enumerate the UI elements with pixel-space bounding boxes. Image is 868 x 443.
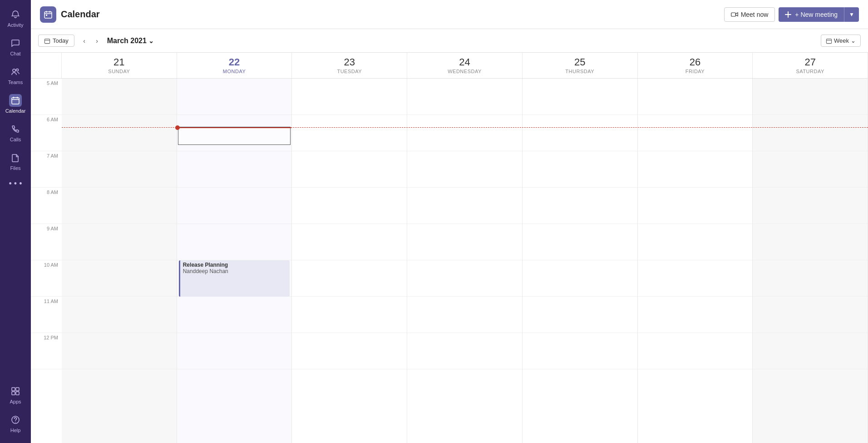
day-slot[interactable]: [177, 115, 292, 151]
day-header-monday: 22Monday: [177, 53, 292, 78]
day-slot[interactable]: [62, 297, 177, 333]
sidebar-item-teams[interactable]: Teams: [0, 62, 31, 89]
day-slot[interactable]: [753, 297, 868, 333]
sidebar-item-apps[interactable]: Apps: [0, 381, 31, 408]
topbar: Calendar Meet now + New meeting ▼: [31, 0, 868, 29]
svg-rect-10: [46, 15, 47, 16]
sidebar-item-help[interactable]: Help: [0, 410, 31, 437]
day-slot[interactable]: [292, 260, 407, 297]
sidebar-bottom: Apps Help: [0, 380, 31, 443]
day-slot[interactable]: [62, 188, 177, 224]
day-column-wednesday[interactable]: [407, 79, 523, 443]
day-slot[interactable]: [638, 297, 753, 333]
day-slot[interactable]: [523, 188, 637, 224]
day-slot[interactable]: [753, 333, 868, 369]
day-column-monday[interactable]: Release PlanningNanddeep Nachan: [177, 79, 292, 443]
day-slot[interactable]: [407, 297, 522, 333]
day-slot[interactable]: [62, 333, 177, 369]
day-slot[interactable]: [292, 79, 407, 115]
day-column-saturday[interactable]: [753, 79, 868, 443]
day-slot[interactable]: [638, 151, 753, 188]
sidebar-item-chat[interactable]: Chat: [0, 33, 31, 60]
sidebar-more-button[interactable]: • • •: [0, 175, 31, 192]
event-release-planning[interactable]: Release PlanningNanddeep Nachan: [179, 260, 290, 297]
day-slot[interactable]: [523, 224, 637, 260]
day-slot[interactable]: [407, 188, 522, 224]
calls-icon: [9, 123, 22, 135]
day-slot[interactable]: [638, 115, 753, 151]
help-label: Help: [10, 428, 21, 433]
day-column-sunday[interactable]: [62, 79, 177, 443]
day-slot[interactable]: [638, 260, 753, 297]
calendar-app-icon: [40, 6, 56, 23]
day-slot[interactable]: [177, 151, 292, 188]
sidebar-item-calendar[interactable]: Calendar: [0, 90, 31, 117]
day-slot[interactable]: [62, 79, 177, 115]
day-slot[interactable]: [407, 333, 522, 369]
day-slot[interactable]: [638, 188, 753, 224]
activity-icon: [9, 8, 22, 21]
day-slot[interactable]: [638, 79, 753, 115]
day-slot[interactable]: [523, 79, 637, 115]
sidebar-item-calls[interactable]: Calls: [0, 119, 31, 146]
day-slot[interactable]: [753, 224, 868, 260]
day-slot[interactable]: [638, 224, 753, 260]
apps-icon: [9, 385, 22, 398]
day-slot[interactable]: [62, 260, 177, 297]
day-slot[interactable]: [523, 115, 637, 151]
day-slot[interactable]: [753, 79, 868, 115]
day-slot[interactable]: [407, 115, 522, 151]
sidebar-item-activity[interactable]: Activity: [0, 5, 31, 31]
view-selector[interactable]: Week ⌄: [821, 35, 861, 47]
day-slot[interactable]: [753, 188, 868, 224]
day-slot[interactable]: [523, 333, 637, 369]
time-slot-9am: 9 AM: [31, 224, 62, 260]
day-slot[interactable]: [292, 224, 407, 260]
day-slot[interactable]: [523, 297, 637, 333]
day-column-thursday[interactable]: [523, 79, 638, 443]
day-slot[interactable]: [407, 260, 522, 297]
today-button[interactable]: Today: [38, 35, 74, 47]
day-slot[interactable]: [753, 151, 868, 188]
day-slot[interactable]: [292, 151, 407, 188]
day-slot[interactable]: [62, 151, 177, 188]
day-slot[interactable]: [292, 188, 407, 224]
activity-label: Activity: [8, 22, 24, 28]
calendar-label: Calendar: [5, 108, 26, 114]
day-column-friday[interactable]: [638, 79, 753, 443]
sidebar-item-files[interactable]: Files: [0, 148, 31, 174]
new-meeting-main[interactable]: + New meeting: [779, 7, 844, 22]
day-slot[interactable]: [177, 79, 292, 115]
day-header-wednesday: 24Wednesday: [407, 53, 523, 78]
day-slot[interactable]: [407, 151, 522, 188]
svg-rect-3: [12, 388, 15, 391]
teams-label: Teams: [8, 80, 23, 85]
day-slot[interactable]: [292, 333, 407, 369]
day-slot[interactable]: [407, 79, 522, 115]
day-slot[interactable]: [292, 297, 407, 333]
video-icon: [731, 11, 738, 18]
month-year-label[interactable]: March 2021 ⌄: [107, 37, 154, 45]
day-slot[interactable]: [177, 297, 292, 333]
days-header: 21Sunday22Monday23Tuesday24Wednesday25Th…: [31, 53, 868, 79]
day-slot[interactable]: [753, 260, 868, 297]
new-meeting-button[interactable]: + New meeting ▼: [779, 7, 859, 22]
day-slot[interactable]: [523, 151, 637, 188]
day-slot[interactable]: [292, 115, 407, 151]
day-slot[interactable]: [62, 224, 177, 260]
day-slot[interactable]: [753, 115, 868, 151]
apps-label: Apps: [10, 399, 21, 404]
day-slot[interactable]: [177, 333, 292, 369]
day-slot[interactable]: [407, 224, 522, 260]
new-meeting-dropdown-button[interactable]: ▼: [844, 8, 859, 21]
day-slot[interactable]: [177, 188, 292, 224]
time-slot-12pm: 12 PM: [31, 333, 62, 369]
meet-now-button[interactable]: Meet now: [724, 7, 775, 22]
prev-week-button[interactable]: ‹: [78, 35, 91, 47]
day-slot[interactable]: [62, 115, 177, 151]
day-slot[interactable]: [638, 333, 753, 369]
day-column-tuesday[interactable]: [292, 79, 407, 443]
day-slot[interactable]: [523, 260, 637, 297]
day-slot[interactable]: [177, 224, 292, 260]
next-week-button[interactable]: ›: [91, 35, 104, 47]
